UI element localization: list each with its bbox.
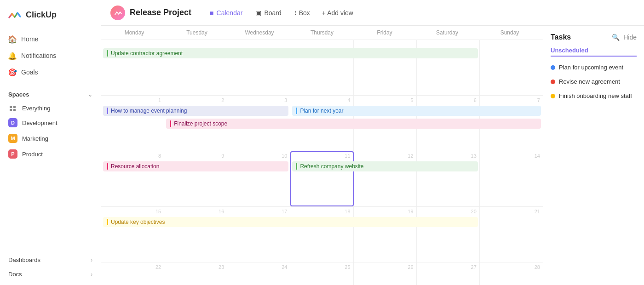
panel-task-item-1[interactable]: Plan for upcoming event: [551, 64, 637, 71]
day-num-5: 5: [354, 96, 416, 104]
week4-day5[interactable]: 27: [417, 262, 480, 285]
box-tab-icon: ⁝: [294, 9, 296, 17]
week4-day2[interactable]: 24: [227, 262, 290, 285]
view-tabs: ■ Calendar ▣ Board ⁝ Box + Add view: [204, 6, 358, 19]
panel-task-item-2[interactable]: Revise new agreement: [551, 78, 637, 85]
tasks-panel-header: Tasks 🔍 Hide: [551, 33, 637, 41]
week1-day0[interactable]: 1: [101, 96, 164, 151]
week4-day6[interactable]: 28: [480, 262, 543, 285]
day-header-tuesday: Tuesday: [166, 26, 228, 40]
spaces-section: Spaces ⌄ Everything D Development M Mark…: [4, 87, 97, 162]
task-plan-next-year[interactable]: Plan for next year: [292, 106, 541, 116]
week2-day2[interactable]: 10: [227, 151, 290, 206]
tab-board[interactable]: ▣ Board: [250, 6, 287, 19]
week2-day0[interactable]: 8: [101, 151, 164, 206]
sidebar-item-product[interactable]: P Product: [4, 146, 97, 162]
search-button[interactable]: 🔍: [612, 34, 620, 41]
week2-day5[interactable]: 13: [417, 151, 480, 206]
tab-box[interactable]: ⁝ Box: [289, 6, 316, 19]
week2-day4[interactable]: 12: [354, 151, 417, 206]
day-header-friday: Friday: [353, 26, 416, 40]
day-num-27: 27: [417, 262, 479, 271]
day-num-2: 2: [164, 96, 227, 104]
day-num-17: 17: [227, 207, 290, 215]
task-event-planning[interactable]: How to manage event planning: [103, 106, 288, 116]
calendar-area[interactable]: Monday Tuesday Wednesday Thursday Friday…: [101, 26, 543, 285]
week4-day0[interactable]: 22: [101, 262, 164, 285]
day-num-22: 22: [101, 262, 164, 271]
day-num-24: 24: [227, 262, 290, 271]
task-finalize-scope[interactable]: Finalize project scope: [166, 119, 541, 129]
day-num-23: 23: [164, 262, 227, 271]
hide-button[interactable]: Hide: [623, 34, 637, 41]
tasks-panel-title: Tasks: [551, 33, 571, 41]
day-header-sunday: Sunday: [478, 26, 541, 40]
day-header-wednesday: Wednesday: [228, 26, 291, 40]
logo[interactable]: ClickUp: [0, 0, 101, 28]
week2-day1[interactable]: 9: [164, 151, 227, 206]
week4-day4[interactable]: 26: [354, 262, 417, 285]
task-dot-yellow: [551, 94, 555, 98]
sidebar-item-notifications[interactable]: 🔔 Notifications: [4, 48, 97, 63]
week3-day0[interactable]: 15: [101, 207, 164, 262]
add-view-button[interactable]: + Add view: [317, 6, 358, 19]
spaces-label: Spaces: [8, 91, 29, 98]
spaces-header[interactable]: Spaces ⌄: [4, 87, 97, 102]
week-row-2: 8 9 10 11 12 13 14 Resource allocation: [101, 151, 543, 207]
sidebar-item-dashboards[interactable]: Dashboards ›: [4, 253, 97, 267]
day-num-13: 13: [417, 151, 479, 160]
week0-day6[interactable]: [480, 40, 543, 95]
task-stripe: [296, 163, 297, 170]
week3-day6[interactable]: 21: [480, 207, 543, 262]
task-label: How to manage event planning: [111, 108, 187, 114]
marketing-badge: M: [8, 134, 17, 143]
board-tab-icon: ▣: [255, 9, 261, 17]
week3-day1[interactable]: 16: [164, 207, 227, 262]
day-num-28: 28: [480, 262, 543, 271]
day-num-21: 21: [480, 207, 543, 215]
week2-day3[interactable]: 11: [290, 151, 353, 206]
task-stripe: [107, 219, 108, 225]
topbar: Release Project ■ Calendar ▣ Board ⁝ Box…: [101, 0, 644, 26]
day-header-thursday: Thursday: [291, 26, 353, 40]
week3-day5[interactable]: 20: [417, 207, 480, 262]
day-num-25: 25: [290, 262, 353, 271]
sidebar-item-everything[interactable]: Everything: [4, 102, 97, 115]
task-update-objectives[interactable]: Update key objectives: [103, 217, 478, 227]
project-icon: [110, 6, 125, 20]
panel-task-label-2: Revise new agreement: [559, 78, 620, 85]
task-update-contractor[interactable]: Update contractor agreement: [103, 48, 478, 58]
task-resource-allocation[interactable]: Resource allocation: [103, 161, 288, 171]
calendar-tab-icon: ■: [210, 9, 213, 17]
tab-calendar[interactable]: ■ Calendar: [204, 6, 248, 19]
task-refresh-website[interactable]: Refresh company website: [292, 161, 477, 171]
task-label: Plan for next year: [300, 108, 343, 114]
everything-icon: [8, 106, 17, 111]
panel-task-label-1: Plan for upcoming event: [559, 64, 623, 71]
sidebar-item-home[interactable]: 🏠 Home: [4, 31, 97, 47]
sidebar-item-docs[interactable]: Docs ›: [4, 267, 97, 281]
week3-day3[interactable]: 18: [290, 207, 353, 262]
space-development-label: Development: [22, 120, 58, 126]
week2-day6[interactable]: 14: [480, 151, 543, 206]
sidebar-item-marketing[interactable]: M Marketing: [4, 131, 97, 146]
sidebar-nav: 🏠 Home 🔔 Notifications 🎯 Goals: [0, 28, 101, 84]
week4-day3[interactable]: 25: [290, 262, 353, 285]
day-num-7: 7: [480, 96, 543, 104]
project-info: Release Project: [110, 6, 191, 20]
week4-days-grid: 22 23 24 25 26 27 28: [101, 262, 543, 285]
tab-unscheduled[interactable]: Unscheduled: [551, 47, 637, 57]
week3-day2[interactable]: 17: [227, 207, 290, 262]
docs-arrow-icon: ›: [91, 271, 92, 278]
sidebar-item-goals[interactable]: 🎯 Goals: [4, 64, 97, 80]
week4-day1[interactable]: 23: [164, 262, 227, 285]
day-num-4: 4: [290, 96, 353, 104]
sidebar-notifications-label: Notifications: [21, 52, 56, 59]
sidebar-item-development[interactable]: D Development: [4, 115, 97, 131]
sidebar-goals-label: Goals: [21, 68, 38, 76]
tasks-panel-actions: 🔍 Hide: [612, 34, 637, 41]
week3-days-grid: 15 16 17 18 19 20 21: [101, 207, 543, 262]
day-num-1: 1: [101, 96, 164, 104]
panel-task-item-3[interactable]: Finish onboarding new staff: [551, 92, 637, 99]
week3-day4[interactable]: 19: [354, 207, 417, 262]
